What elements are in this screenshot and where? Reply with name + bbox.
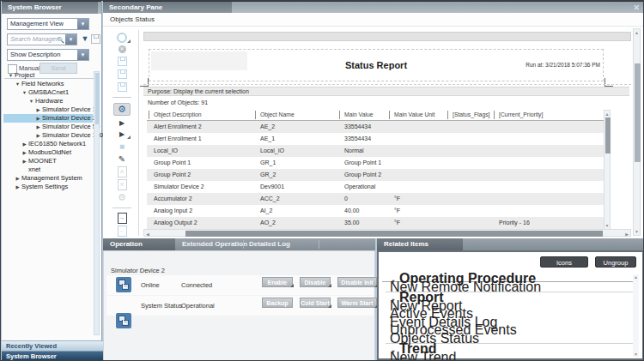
- operation-row-value: Connected: [181, 281, 212, 289]
- search-input[interactable]: Search Management View 🔍 ▼: [7, 33, 77, 45]
- report-dashed-divider: [143, 84, 631, 85]
- tree-item-simulator-device-2[interactable]: ▶Simulator Device 2: [3, 114, 93, 123]
- description-selector-dropdown[interactable]: Show Description ▼: [7, 49, 89, 61]
- filter-funnel-icon[interactable]: ▼: [80, 33, 90, 44]
- column-header-3[interactable]: Main Value: [339, 111, 374, 119]
- tree-item-hardware[interactable]: ▼Hardware: [3, 97, 93, 105]
- search-icon[interactable]: 🔍: [57, 35, 64, 45]
- cancel-icon[interactable]: ✕: [115, 45, 129, 53]
- export-excel-icon[interactable]: X: [115, 180, 129, 190]
- tree-scrollbar[interactable]: [94, 71, 100, 335]
- column-header-5[interactable]: [Status_Flags]: [447, 111, 489, 119]
- column-header-2[interactable]: Object Name: [255, 111, 295, 119]
- collapsed-arrow-icon[interactable]: ▶: [34, 114, 42, 123]
- tab-extended-operation[interactable]: Extended Operation: [182, 238, 247, 250]
- tree-item-simulator-device-50[interactable]: ▶Simulator Device 50: [3, 123, 93, 131]
- system-browser-bar[interactable]: System Browser: [2, 351, 106, 361]
- page-forward-icon[interactable]: →: [115, 214, 129, 223]
- column-header-1[interactable]: Object Description: [149, 111, 202, 119]
- enable-button[interactable]: Enable: [262, 277, 293, 287]
- operation-row-label: System Status: [141, 302, 182, 310]
- settings-gear-icon[interactable]: ⚙: [113, 103, 131, 116]
- collapsed-arrow-icon[interactable]: ▶: [14, 174, 21, 183]
- collapsed-arrow-icon[interactable]: ▶: [34, 105, 42, 114]
- scroll-right-icon[interactable]: ▶: [625, 232, 629, 237]
- description-selector-arrow-icon[interactable]: ▼: [77, 50, 88, 60]
- table-cell: Simulator Device 2: [154, 181, 204, 193]
- view-selector-dropdown[interactable]: Management View ▼: [7, 18, 89, 30]
- stop-icon[interactable]: ■: [115, 141, 129, 151]
- tab-objects-status[interactable]: Objects Status: [103, 13, 644, 27]
- report-settings-icon[interactable]: ⚙: [115, 193, 129, 202]
- column-header-6[interactable]: [Current_Priority]: [494, 111, 543, 119]
- save-icon[interactable]: [115, 57, 129, 66]
- report-horizontal-scrollbar[interactable]: ◀ ▶: [143, 229, 631, 237]
- tree-item-label: Management System: [21, 174, 82, 182]
- expanded-arrow-icon[interactable]: ▼: [14, 80, 21, 88]
- expanded-arrow-icon[interactable]: ▼: [7, 71, 15, 80]
- related-item-new-trend[interactable]: New Trend: [382, 353, 631, 361]
- save-search-icon[interactable]: [91, 34, 100, 44]
- cold-start-button[interactable]: Cold Start: [300, 298, 331, 308]
- tab-related-items[interactable]: Related Items: [377, 238, 463, 250]
- disable-init-button[interactable]: Disable Init: [337, 277, 377, 287]
- collapsed-arrow-icon[interactable]: ▶: [21, 148, 28, 157]
- table-row: Analog Input 2AI_240.00°F: [147, 205, 604, 217]
- edit-pen-icon[interactable]: ✎: [115, 154, 129, 164]
- tree-item-simulator-device-1[interactable]: ▶Simulator Device 1: [3, 105, 93, 114]
- report-purpose: Purpose: Display the current selection: [143, 87, 629, 96]
- tree-item-iec61850-network1[interactable]: ▶IEC61850 Network1: [3, 140, 93, 148]
- column-header-4[interactable]: Main Value Unit: [389, 111, 434, 119]
- view-selector-arrow-icon[interactable]: ▼: [77, 19, 88, 29]
- table-row: Analog Output 2AO_235.00°FPriority - 16: [147, 217, 604, 229]
- expanded-arrow-icon[interactable]: ▼: [21, 88, 28, 97]
- table-cell: Group Point 1: [154, 157, 191, 169]
- collapsed-arrow-icon[interactable]: ▶: [21, 140, 28, 148]
- system-browser-titlebar: System Browser: [2, 1, 101, 14]
- collapsed-arrow-icon[interactable]: ▶: [14, 183, 21, 191]
- table-cell: Group Point 2: [154, 169, 191, 181]
- tab-operation[interactable]: Operation: [103, 238, 175, 250]
- export-pdf-icon[interactable]: A: [115, 167, 129, 177]
- tree-item-management-system[interactable]: ▶Management System: [3, 174, 93, 183]
- save-as-icon[interactable]: [115, 69, 129, 79]
- related-items-scrollbar[interactable]: ▲ ▼: [633, 274, 639, 357]
- tree-item-field-networks[interactable]: ▼Field Networks: [3, 80, 93, 88]
- tree-item-modbusoldnet[interactable]: ▶ModbusOldNet: [3, 148, 93, 157]
- table-cell: GR_1: [260, 157, 276, 169]
- warm-start-button[interactable]: Warm Start: [337, 298, 377, 308]
- backup-button[interactable]: Backup: [262, 298, 293, 308]
- scroll-left-icon[interactable]: ◀: [146, 232, 149, 237]
- run-icon[interactable]: ▶: [115, 119, 129, 127]
- application-window: System Browser Management View ▼ Search …: [0, 0, 644, 361]
- close-icon[interactable]: ✕: [633, 3, 640, 12]
- save-all-icon[interactable]: [115, 82, 129, 92]
- page-back-icon[interactable]: ←: [115, 226, 129, 236]
- tree-item-moonet[interactable]: ▶MOONET: [3, 157, 93, 165]
- secondary-pane-title: Secondary Pane: [103, 2, 232, 14]
- collapsed-arrow-icon[interactable]: ▶: [34, 123, 42, 131]
- table-cell: 35.00: [344, 217, 360, 229]
- pane-vertical-scrollbar[interactable]: ▲ ▼: [633, 28, 641, 236]
- collapsed-arrow-icon[interactable]: ▶: [34, 131, 42, 140]
- expanded-arrow-icon[interactable]: ▼: [27, 97, 35, 105]
- tree-item-simulator-device-100[interactable]: ▶Simulator Device 100: [3, 131, 93, 140]
- table-cell: Local_IO: [260, 145, 284, 157]
- run-options-icon[interactable]: ▶: [115, 130, 129, 138]
- table-vertical-scrollbar[interactable]: ▲ ▼: [604, 110, 611, 230]
- menu-corner-icon: [328, 284, 331, 287]
- new-report-icon[interactable]: [115, 33, 129, 42]
- tree-item-system-settings[interactable]: ▶System Settings: [3, 183, 93, 191]
- tree-item-label: Simulator Device 1: [42, 105, 96, 113]
- tree-item-gmsbacnet1[interactable]: ▼GMSBACnet1: [3, 88, 93, 97]
- search-options-arrow-icon[interactable]: ▼: [65, 34, 76, 45]
- icons-button[interactable]: Icons: [540, 256, 588, 268]
- tab-detailed-log[interactable]: Detailed Log: [249, 238, 290, 250]
- ungroup-button[interactable]: Ungroup: [595, 256, 636, 268]
- disable-button[interactable]: Disable: [300, 277, 331, 287]
- tree-item-xnet[interactable]: xnet: [3, 165, 93, 174]
- collapsed-arrow-icon[interactable]: ▶: [21, 157, 28, 165]
- report-header-band: Status Report Run at: 3/21/2018 5:07:36 …: [149, 49, 604, 81]
- toolbar-divider: [138, 30, 139, 236]
- tree-item-project[interactable]: ▼Project: [3, 71, 93, 80]
